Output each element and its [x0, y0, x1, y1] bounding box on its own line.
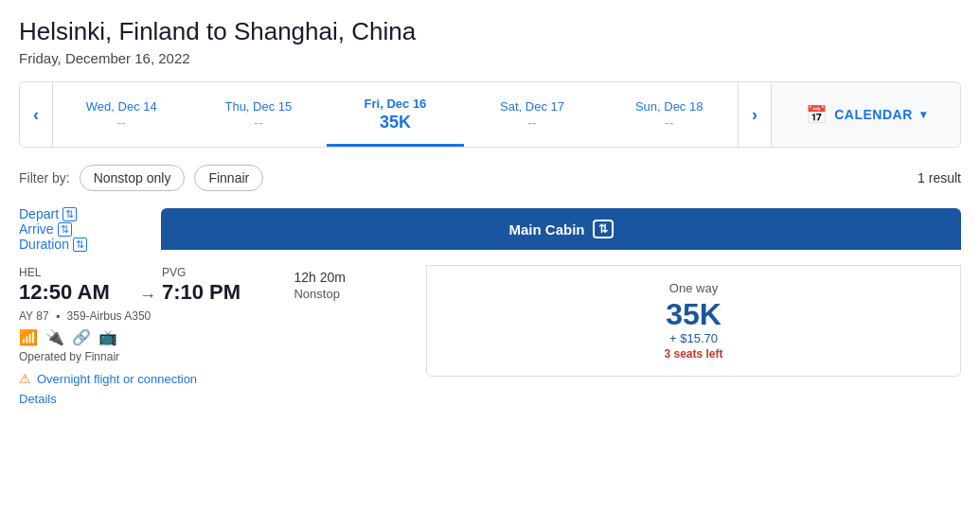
- page-subtitle: Friday, December 16, 2022: [19, 50, 961, 66]
- flight-arrive: PVG 7:10 PM: [162, 266, 294, 305]
- date-price-wed-dec-14: --: [117, 115, 126, 131]
- seats-left: 3 seats left: [664, 347, 722, 361]
- date-price-sat-dec-17: --: [527, 115, 536, 131]
- entertainment-icon: 📺: [98, 328, 117, 346]
- arrive-time: 7:10 PM: [162, 280, 294, 305]
- arrive-sort-icon: ⇅: [58, 222, 72, 237]
- date-label-thu-dec-15: Thu, Dec 15: [224, 99, 292, 114]
- date-cells: Wed, Dec 14 -- Thu, Dec 15 -- Fri, Dec 1…: [53, 82, 738, 147]
- price-panel[interactable]: One way 35K + $15.70 3 seats left: [426, 265, 961, 377]
- filter-chip-nonstop[interactable]: Nonstop only: [80, 165, 186, 191]
- depart-sort-icon: ⇅: [62, 207, 77, 221]
- depart-time: 12:50 AM: [19, 280, 134, 305]
- date-price-thu-dec-15: --: [254, 115, 262, 131]
- calendar-label: CALENDAR: [834, 107, 913, 122]
- stops-value: Nonstop: [294, 287, 426, 301]
- page-title: Helsinki, Finland to Shanghai, China: [19, 17, 961, 46]
- flight-number: AY 87: [19, 309, 49, 323]
- warning-triangle-icon: ⚠: [19, 371, 31, 386]
- flight-depart: HEL 12:50 AM: [19, 266, 134, 305]
- date-strip: ‹ Wed, Dec 14 -- Thu, Dec 15 -- Fri, Dec…: [19, 81, 961, 148]
- date-label-sun-dec-18: Sun, Dec 18: [635, 99, 704, 114]
- col-header-cabin[interactable]: Main Cabin ⇅: [161, 208, 961, 250]
- amenities: 📶 🔌 🔗 📺: [19, 328, 426, 346]
- col-header-duration[interactable]: Duration ⇅: [19, 237, 161, 252]
- date-cell-sun-dec-18[interactable]: Sun, Dec 18 --: [600, 82, 738, 147]
- flight-duration: 12h 20m Nonstop: [294, 270, 426, 301]
- main-page: Helsinki, Finland to Shanghai, China Fri…: [0, 0, 980, 416]
- result-count: 1 result: [918, 170, 961, 185]
- flight-arrow-icon: →: [139, 286, 156, 306]
- price-dollars: + $15.70: [669, 331, 718, 345]
- chevron-down-icon: ▾: [920, 108, 927, 121]
- flight-left-panel: HEL 12:50 AM → PVG 7:10 PM 12h 20m Nonst…: [19, 265, 426, 407]
- warning-row: ⚠ Overnight flight or connection: [19, 371, 426, 386]
- price-miles: 35K: [666, 299, 722, 329]
- duration-value: 12h 20m: [294, 270, 426, 285]
- duration-label: Duration: [19, 237, 69, 252]
- filter-label: Filter by:: [19, 170, 70, 185]
- aircraft-type: 359-Airbus A350: [67, 309, 151, 323]
- cabin-label: Main Cabin: [508, 221, 584, 238]
- date-cell-wed-dec-14[interactable]: Wed, Dec 14 --: [53, 82, 190, 147]
- wifi-icon: 📶: [19, 328, 38, 346]
- flight-result-row: HEL 12:50 AM → PVG 7:10 PM 12h 20m Nonst…: [19, 252, 961, 407]
- date-cell-thu-dec-15[interactable]: Thu, Dec 15 --: [190, 82, 328, 147]
- column-headers: Depart ⇅ Arrive ⇅ Duration ⇅ Main Cabin …: [19, 206, 961, 252]
- filter-chip-finnair[interactable]: Finnair: [194, 165, 263, 191]
- warning-text: Overnight flight or connection: [37, 372, 197, 386]
- operated-by: Operated by Finnair: [19, 350, 426, 363]
- col-header-depart[interactable]: Depart ⇅: [19, 206, 142, 221]
- date-cell-sat-dec-17[interactable]: Sat, Dec 17 --: [464, 82, 601, 147]
- depart-label: Depart: [19, 206, 59, 221]
- flight-times: HEL 12:50 AM → PVG 7:10 PM 12h 20m Nonst…: [19, 265, 426, 306]
- power-icon: 🔌: [45, 328, 64, 346]
- flight-details: AY 87 ▪ 359-Airbus A350: [19, 309, 426, 323]
- flight-info-headers: Depart ⇅ Arrive ⇅ Duration ⇅: [19, 206, 161, 252]
- arrive-label: Arrive: [19, 221, 54, 237]
- calendar-button[interactable]: 📅 CALENDAR ▾: [771, 82, 960, 147]
- one-way-label: One way: [669, 281, 718, 295]
- date-cell-fri-dec-16[interactable]: Fri, Dec 16 35K: [327, 82, 464, 147]
- details-link[interactable]: Details: [19, 392, 57, 406]
- date-price-fri-dec-16: 35K: [380, 113, 411, 132]
- date-label-wed-dec-14: Wed, Dec 14: [86, 99, 157, 114]
- prev-date-button[interactable]: ‹: [20, 82, 53, 147]
- date-label-fri-dec-16: Fri, Dec 16: [365, 97, 427, 111]
- arrive-airport-code: PVG: [162, 266, 294, 279]
- duration-sort-icon: ⇅: [73, 238, 87, 252]
- separator: ▪: [56, 309, 60, 323]
- calendar-icon: 📅: [806, 104, 828, 125]
- depart-airport-code: HEL: [19, 266, 134, 279]
- date-label-sat-dec-17: Sat, Dec 17: [500, 99, 564, 114]
- next-date-button[interactable]: ›: [738, 82, 771, 147]
- filter-row: Filter by: Nonstop only Finnair 1 result: [19, 165, 961, 191]
- date-price-sun-dec-18: --: [665, 115, 673, 131]
- col-header-arrive[interactable]: Arrive ⇅: [19, 221, 161, 237]
- cabin-sort-icon: ⇅: [593, 220, 614, 238]
- usb-icon: 🔗: [72, 328, 91, 346]
- results-section: Depart ⇅ Arrive ⇅ Duration ⇅ Main Cabin …: [19, 206, 961, 407]
